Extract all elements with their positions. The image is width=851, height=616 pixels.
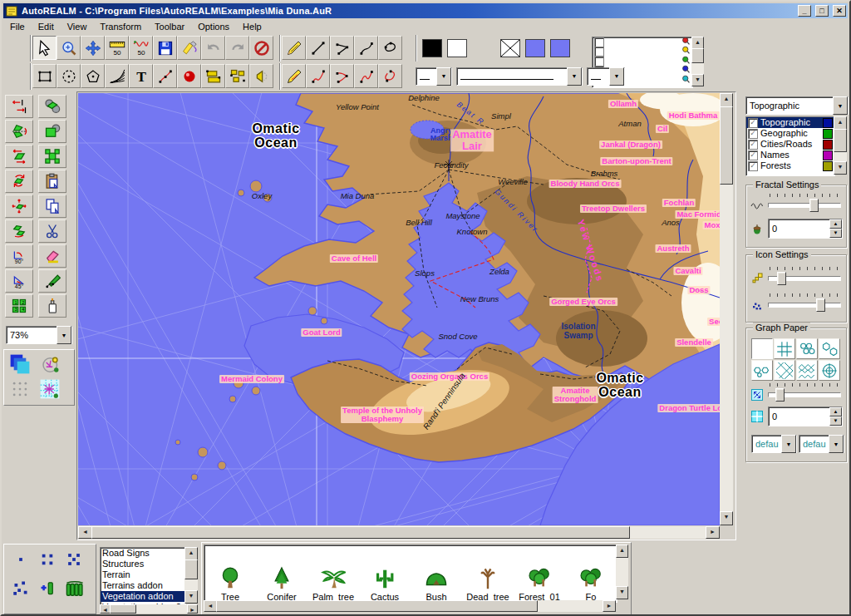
paint-settings-button[interactable] [177, 36, 201, 60]
line-begin-combo[interactable]: ▼ [416, 67, 452, 86]
symbol-strip[interactable]: TreeConiferPalm_treeCactusBushDead_treeF… [204, 545, 617, 603]
layer-color-swatch[interactable] [823, 161, 833, 171]
chart-grid-tool[interactable] [201, 64, 225, 88]
line-end-combo[interactable]: ▼ [587, 67, 625, 86]
add-library-icon[interactable] [39, 579, 56, 596]
overlay-layer-list[interactable]: ✓Topographic✓Geographic✓Cities/Roads✓Nam… [745, 116, 835, 176]
save-button[interactable] [153, 36, 177, 60]
layer-color-swatch[interactable] [823, 150, 833, 160]
polyline-tool[interactable] [330, 36, 354, 60]
layer-color-swatch[interactable] [823, 118, 833, 128]
map-hscrollbar[interactable]: ◄ ► [78, 526, 720, 539]
order-back-tool[interactable] [38, 95, 66, 118]
strip-hscrollbar[interactable]: ◄ ► [204, 600, 616, 612]
scroll-up-button[interactable]: ▲ [691, 37, 704, 49]
layer-color-swatch[interactable] [823, 129, 833, 139]
graph-paper-style-3-button[interactable] [796, 338, 818, 359]
five-dots-icon[interactable] [66, 551, 82, 568]
scroll-down-button[interactable]: ▼ [834, 161, 847, 175]
symbol-tool[interactable] [177, 64, 201, 88]
scroll-thumb[interactable] [216, 600, 538, 612]
graph-paper-style-4-button[interactable] [819, 338, 840, 359]
layer-row-topographic[interactable]: ✓Topographic [746, 117, 834, 128]
scroll-left-button[interactable]: ◄ [204, 600, 217, 612]
seed-spinner[interactable]: 0 ▲▼ [768, 219, 843, 239]
layer-row-cities-roads[interactable]: ✓Cities/Roads [746, 139, 834, 150]
align-tool[interactable] [5, 95, 33, 118]
fractal-line-tool[interactable] [306, 64, 330, 88]
icon-size-slider[interactable] [768, 267, 841, 283]
library-item[interactable]: Terrains addon [101, 580, 185, 591]
layer-combo[interactable]: Topographic ▼ [745, 96, 849, 115]
order-front-tool[interactable] [38, 120, 66, 143]
rectangle-tool[interactable] [32, 64, 57, 88]
scatter-dots-icon[interactable] [12, 579, 29, 596]
layer-checkbox[interactable]: ✓ [748, 140, 758, 150]
move-tool[interactable] [5, 219, 33, 243]
scroll-left-button[interactable]: ◄ [78, 526, 92, 539]
fractal-curve-tool[interactable] [354, 64, 378, 88]
menu-view[interactable]: View [61, 21, 94, 32]
chevron-down-icon[interactable]: ▼ [609, 67, 624, 86]
layer-checkbox[interactable]: ✓ [748, 129, 758, 139]
array-tool[interactable]: 1234 [5, 294, 33, 318]
group-tool[interactable] [38, 145, 66, 168]
layer-checkbox[interactable]: ✓ [748, 150, 758, 160]
scroll-up-button[interactable]: ▲ [720, 93, 733, 107]
redo-button[interactable] [225, 36, 249, 60]
fractal-path-tool[interactable] [153, 64, 177, 88]
zoom-combo[interactable]: 73% ▼ [6, 326, 72, 344]
maximize-button[interactable]: □ [815, 5, 829, 17]
menu-help[interactable]: Help [236, 21, 268, 32]
scroll-up-button[interactable]: ▲ [834, 116, 847, 130]
minimize-button[interactable]: _ [798, 5, 811, 17]
map-color-swatch-1[interactable] [525, 39, 545, 57]
single-dot-icon[interactable] [12, 551, 29, 568]
flip-tool[interactable] [5, 120, 33, 143]
graph-paper-style-8-button[interactable] [819, 360, 840, 381]
undo-button[interactable] [201, 36, 225, 60]
layer-checkbox[interactable]: ✓ [748, 118, 758, 128]
node-edit-tool[interactable] [38, 269, 66, 293]
library-hscrollbar[interactable]: ◄ ► [100, 604, 198, 614]
view-overlay-row[interactable] [593, 37, 692, 47]
scroll-down-button[interactable]: ▼ [184, 590, 198, 604]
grid-snap-icon[interactable] [39, 378, 61, 400]
view-overlay-row[interactable] [593, 47, 692, 57]
cancel-button[interactable] [249, 36, 273, 60]
menu-transform[interactable]: Transform [93, 21, 148, 32]
symbol-forest_01[interactable]: Forest_01 [514, 547, 565, 602]
map-vscrollbar[interactable]: ▲ ▼ [720, 93, 733, 525]
glue-tool[interactable] [38, 294, 66, 318]
rotate-tool[interactable] [5, 170, 33, 193]
line-tool[interactable] [306, 36, 330, 60]
menu-options[interactable]: Options [191, 21, 236, 32]
four-dots-icon[interactable] [39, 551, 56, 568]
scroll-thumb[interactable] [691, 48, 704, 63]
scroll-right-button[interactable]: ► [706, 526, 720, 539]
checkbox[interactable] [594, 47, 604, 57]
chevron-down-icon[interactable]: ▼ [57, 326, 71, 344]
graph-paper-style-2-button[interactable] [774, 338, 795, 359]
fill-color-swatch[interactable] [447, 39, 467, 57]
icon-density-slider[interactable] [768, 293, 841, 310]
scroll-right-button[interactable]: ► [603, 600, 616, 612]
symbol-conifer[interactable]: Conifer [256, 547, 307, 602]
line-style-combo[interactable]: ▼ [456, 67, 583, 86]
ruler-tool[interactable]: 50 [105, 36, 129, 60]
eraser-tool[interactable] [38, 244, 66, 268]
symbol-palm_tree[interactable]: Palm_tree [307, 547, 359, 602]
scroll-down-button[interactable]: ▼ [616, 586, 628, 599]
scroll-thumb[interactable] [184, 559, 198, 579]
no-fill-swatch[interactable] [500, 39, 520, 57]
spin-up-button[interactable]: ▲ [829, 219, 842, 229]
library-books-icon[interactable] [66, 579, 84, 598]
checkbox[interactable] [594, 37, 604, 47]
spin-down-button[interactable]: ▼ [829, 416, 842, 426]
circle-tool[interactable] [57, 64, 81, 88]
graph-paper-style-6-button[interactable] [774, 360, 795, 381]
flip-symbol-tool[interactable] [249, 64, 273, 88]
zoom-tool[interactable] [57, 36, 81, 60]
symbol-tree[interactable]: Tree [204, 547, 256, 602]
layer-row-forests[interactable]: ✓Forests [746, 160, 834, 171]
